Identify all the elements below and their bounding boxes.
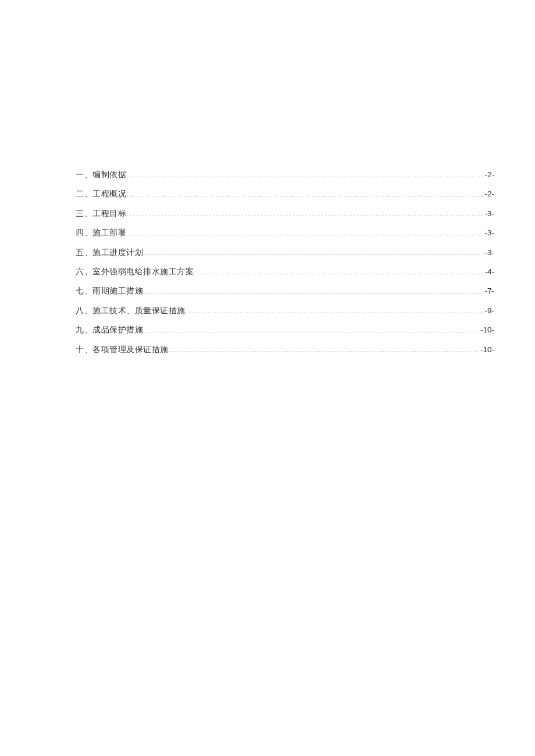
- toc-row: 八、施工技术、质量保证措施 -9-: [76, 304, 494, 317]
- toc-page: -10-: [479, 324, 494, 336]
- toc-label: 八、施工技术、质量保证措施: [76, 304, 186, 317]
- toc-page: -3-: [484, 227, 495, 239]
- toc-dots: [126, 169, 484, 177]
- toc-page: -3-: [484, 246, 495, 259]
- toc-page: -4-: [484, 266, 495, 278]
- toc-label: 十、各项管理及保证措施: [76, 343, 169, 356]
- toc-label: 三、工程目标: [76, 207, 126, 220]
- toc-row: 三、工程目标 -3-: [76, 207, 494, 220]
- toc-label: 二、工程概况: [76, 188, 126, 200]
- toc-page: -3-: [484, 207, 495, 220]
- toc-label: 五、施工进度计划: [76, 246, 143, 259]
- toc-label: 四、施工部署: [76, 227, 126, 239]
- toc-dots: [126, 208, 484, 216]
- toc-row: 五、施工进度计划 -3-: [76, 246, 494, 259]
- toc-row: 七、雨期施工措施 -7-: [76, 285, 494, 298]
- toc-page: -2-: [484, 188, 495, 200]
- toc-row: 二、工程概况 -2-: [76, 188, 494, 200]
- toc-page: -2-: [484, 169, 495, 181]
- toc-dots: [126, 188, 484, 196]
- toc-dots: [169, 344, 479, 352]
- table-of-contents: 一、编制依据 -2- 二、工程概况 -2- 三、工程目标 -3- 四、施工部署 …: [76, 169, 494, 356]
- toc-dots: [126, 227, 484, 235]
- toc-label: 一、编制依据: [76, 169, 126, 181]
- toc-row: 十、各项管理及保证措施 -10-: [76, 343, 494, 356]
- toc-dots: [143, 247, 484, 255]
- toc-dots: [186, 305, 484, 313]
- toc-page: -9-: [484, 304, 495, 317]
- toc-label: 七、雨期施工措施: [76, 285, 143, 298]
- toc-page: -10-: [479, 343, 494, 356]
- toc-dots: [143, 324, 479, 332]
- toc-row: 九、成品保护措施 -10-: [76, 324, 494, 336]
- toc-page: -7-: [484, 285, 495, 298]
- toc-row: 六、室外强弱电给排水施工方案 -4-: [76, 266, 494, 278]
- toc-label: 九、成品保护措施: [76, 324, 143, 336]
- toc-dots: [194, 266, 484, 274]
- toc-dots: [143, 285, 484, 293]
- toc-row: 四、施工部署 -3-: [76, 227, 494, 239]
- toc-label: 六、室外强弱电给排水施工方案: [76, 266, 194, 278]
- toc-row: 一、编制依据 -2-: [76, 169, 494, 181]
